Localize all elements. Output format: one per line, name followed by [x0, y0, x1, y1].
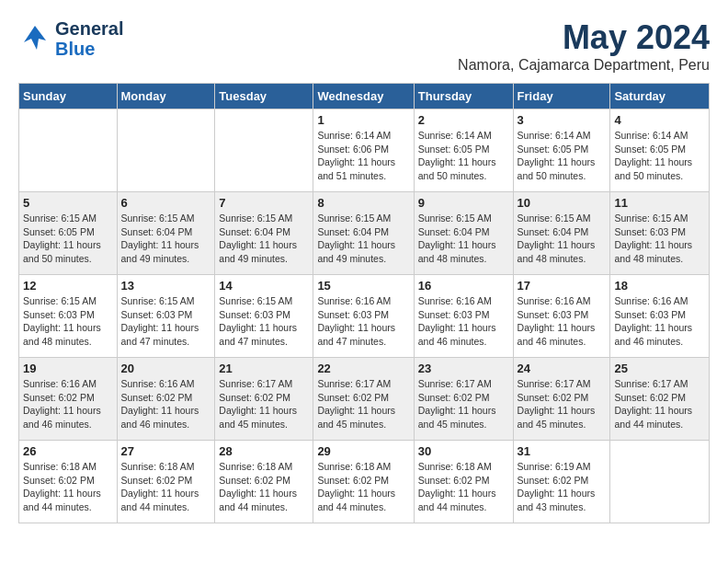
logo-text-blue: Blue	[55, 39, 123, 59]
calendar-week-row: 19Sunrise: 6:16 AM Sunset: 6:02 PM Dayli…	[19, 358, 710, 441]
table-row: 26Sunrise: 6:18 AM Sunset: 6:02 PM Dayli…	[19, 441, 118, 523]
table-row: 30Sunrise: 6:18 AM Sunset: 6:02 PM Dayli…	[414, 441, 513, 523]
day-info: Sunrise: 6:18 AM Sunset: 6:02 PM Dayligh…	[219, 460, 309, 514]
day-info: Sunrise: 6:15 AM Sunset: 6:03 PM Dayligh…	[23, 294, 113, 349]
table-row: 14Sunrise: 6:15 AM Sunset: 6:03 PM Dayli…	[215, 275, 313, 358]
day-info: Sunrise: 6:14 AM Sunset: 6:05 PM Dayligh…	[418, 129, 509, 183]
day-info: Sunrise: 6:16 AM Sunset: 6:03 PM Dayligh…	[317, 294, 409, 349]
day-info: Sunrise: 6:18 AM Sunset: 6:02 PM Dayligh…	[23, 460, 113, 514]
col-tuesday: Tuesday	[215, 84, 313, 109]
table-row: 10Sunrise: 6:15 AM Sunset: 6:04 PM Dayli…	[513, 192, 610, 275]
table-row: 18Sunrise: 6:16 AM Sunset: 6:03 PM Dayli…	[610, 275, 710, 358]
table-row: 24Sunrise: 6:17 AM Sunset: 6:02 PM Dayli…	[513, 358, 610, 441]
table-row: 25Sunrise: 6:17 AM Sunset: 6:02 PM Dayli…	[610, 358, 710, 441]
day-info: Sunrise: 6:15 AM Sunset: 6:04 PM Dayligh…	[121, 212, 211, 266]
calendar-week-row: 26Sunrise: 6:18 AM Sunset: 6:02 PM Dayli…	[19, 441, 710, 523]
table-row: 2Sunrise: 6:14 AM Sunset: 6:05 PM Daylig…	[414, 109, 513, 192]
day-number: 30	[418, 444, 509, 458]
table-row: 5Sunrise: 6:15 AM Sunset: 6:05 PM Daylig…	[19, 192, 118, 275]
day-number: 12	[23, 279, 113, 293]
table-row: 31Sunrise: 6:19 AM Sunset: 6:02 PM Dayli…	[513, 441, 610, 523]
day-number: 5	[23, 196, 113, 210]
day-info: Sunrise: 6:18 AM Sunset: 6:02 PM Dayligh…	[317, 460, 409, 514]
table-row	[610, 441, 710, 523]
day-info: Sunrise: 6:14 AM Sunset: 6:05 PM Dayligh…	[518, 129, 607, 183]
table-row: 20Sunrise: 6:16 AM Sunset: 6:02 PM Dayli…	[117, 358, 215, 441]
table-row: 16Sunrise: 6:16 AM Sunset: 6:03 PM Dayli…	[414, 275, 513, 358]
calendar-header-row: Sunday Monday Tuesday Wednesday Thursday…	[19, 84, 710, 109]
day-info: Sunrise: 6:17 AM Sunset: 6:02 PM Dayligh…	[518, 377, 607, 431]
day-info: Sunrise: 6:16 AM Sunset: 6:02 PM Dayligh…	[23, 377, 113, 431]
table-row: 23Sunrise: 6:17 AM Sunset: 6:02 PM Dayli…	[414, 358, 513, 441]
page-header: General Blue May 2024 Namora, Cajamarca …	[18, 18, 710, 74]
day-number: 3	[518, 113, 607, 127]
day-info: Sunrise: 6:16 AM Sunset: 6:03 PM Dayligh…	[518, 294, 607, 349]
table-row: 15Sunrise: 6:16 AM Sunset: 6:03 PM Dayli…	[313, 275, 414, 358]
table-row: 8Sunrise: 6:15 AM Sunset: 6:04 PM Daylig…	[313, 192, 414, 275]
svg-marker-0	[24, 26, 46, 50]
day-info: Sunrise: 6:16 AM Sunset: 6:03 PM Dayligh…	[614, 294, 705, 349]
table-row: 7Sunrise: 6:15 AM Sunset: 6:04 PM Daylig…	[215, 192, 313, 275]
calendar-table: Sunday Monday Tuesday Wednesday Thursday…	[18, 83, 710, 523]
day-number: 17	[518, 279, 607, 293]
day-info: Sunrise: 6:18 AM Sunset: 6:02 PM Dayligh…	[418, 460, 509, 514]
table-row: 29Sunrise: 6:18 AM Sunset: 6:02 PM Dayli…	[313, 441, 414, 523]
table-row: 12Sunrise: 6:15 AM Sunset: 6:03 PM Dayli…	[19, 275, 118, 358]
day-number: 8	[317, 196, 409, 210]
month-title: May 2024	[458, 18, 710, 57]
table-row: 28Sunrise: 6:18 AM Sunset: 6:02 PM Dayli…	[215, 441, 313, 523]
table-row	[19, 109, 118, 192]
day-info: Sunrise: 6:15 AM Sunset: 6:05 PM Dayligh…	[23, 212, 113, 266]
location: Namora, Cajamarca Department, Peru	[458, 57, 710, 74]
day-number: 31	[518, 444, 607, 458]
day-number: 14	[219, 279, 309, 293]
day-info: Sunrise: 6:17 AM Sunset: 6:02 PM Dayligh…	[219, 377, 309, 431]
day-number: 26	[23, 444, 113, 458]
calendar-week-row: 1Sunrise: 6:14 AM Sunset: 6:06 PM Daylig…	[19, 109, 710, 192]
table-row: 19Sunrise: 6:16 AM Sunset: 6:02 PM Dayli…	[19, 358, 118, 441]
day-number: 1	[317, 113, 409, 127]
table-row: 9Sunrise: 6:15 AM Sunset: 6:04 PM Daylig…	[414, 192, 513, 275]
table-row: 13Sunrise: 6:15 AM Sunset: 6:03 PM Dayli…	[117, 275, 215, 358]
day-number: 9	[418, 196, 509, 210]
day-number: 20	[121, 362, 211, 375]
calendar-week-row: 5Sunrise: 6:15 AM Sunset: 6:05 PM Daylig…	[19, 192, 710, 275]
day-number: 25	[614, 362, 705, 375]
table-row: 6Sunrise: 6:15 AM Sunset: 6:04 PM Daylig…	[117, 192, 215, 275]
logo-text-general: General	[55, 18, 123, 39]
table-row: 22Sunrise: 6:17 AM Sunset: 6:02 PM Dayli…	[313, 358, 414, 441]
day-number: 29	[317, 444, 409, 458]
col-wednesday: Wednesday	[313, 84, 414, 109]
day-info: Sunrise: 6:16 AM Sunset: 6:02 PM Dayligh…	[121, 377, 211, 431]
logo-icon	[18, 22, 51, 55]
day-number: 21	[219, 362, 309, 375]
table-row: 1Sunrise: 6:14 AM Sunset: 6:06 PM Daylig…	[313, 109, 414, 192]
table-row: 21Sunrise: 6:17 AM Sunset: 6:02 PM Dayli…	[215, 358, 313, 441]
day-info: Sunrise: 6:15 AM Sunset: 6:04 PM Dayligh…	[518, 212, 607, 266]
day-number: 22	[317, 362, 409, 375]
calendar-week-row: 12Sunrise: 6:15 AM Sunset: 6:03 PM Dayli…	[19, 275, 710, 358]
table-row	[215, 109, 313, 192]
day-info: Sunrise: 6:14 AM Sunset: 6:05 PM Dayligh…	[614, 129, 705, 183]
day-number: 27	[121, 444, 211, 458]
table-row	[117, 109, 215, 192]
title-block: May 2024 Namora, Cajamarca Department, P…	[458, 18, 710, 74]
day-number: 6	[121, 196, 211, 210]
day-number: 23	[418, 362, 509, 375]
day-number: 15	[317, 279, 409, 293]
day-number: 18	[614, 279, 705, 293]
table-row: 17Sunrise: 6:16 AM Sunset: 6:03 PM Dayli…	[513, 275, 610, 358]
day-info: Sunrise: 6:14 AM Sunset: 6:06 PM Dayligh…	[317, 129, 409, 183]
day-number: 10	[518, 196, 607, 210]
day-info: Sunrise: 6:19 AM Sunset: 6:02 PM Dayligh…	[518, 460, 607, 514]
day-number: 16	[418, 279, 509, 293]
day-info: Sunrise: 6:17 AM Sunset: 6:02 PM Dayligh…	[614, 377, 705, 431]
day-number: 4	[614, 113, 705, 127]
day-number: 24	[518, 362, 607, 375]
logo: General Blue	[18, 18, 123, 59]
day-number: 2	[418, 113, 509, 127]
col-monday: Monday	[117, 84, 215, 109]
day-info: Sunrise: 6:17 AM Sunset: 6:02 PM Dayligh…	[317, 377, 409, 431]
day-number: 28	[219, 444, 309, 458]
col-sunday: Sunday	[19, 84, 118, 109]
